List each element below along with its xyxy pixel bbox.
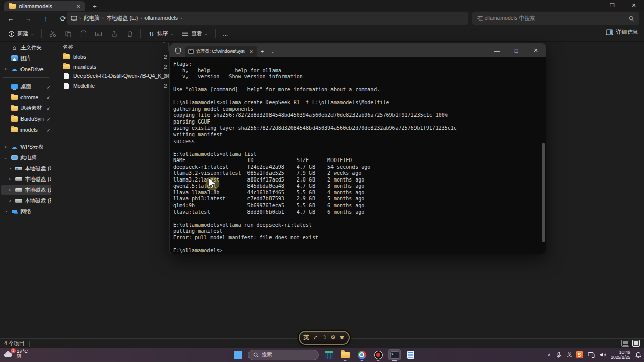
ime-moon-icon[interactable]: ☽: [322, 335, 327, 340]
terminal-tab-close-icon[interactable]: ✕: [247, 48, 255, 55]
sidebar-item--c-[interactable]: >本地磁盘 (C:): [1, 163, 51, 174]
sort-button-label: 排序: [157, 30, 168, 37]
details-pane-icon: [606, 29, 613, 35]
search-box[interactable]: 在 ollamamodels 中搜索: [472, 12, 639, 25]
details-view-toggle-icon[interactable]: [621, 340, 629, 347]
tab-close-icon[interactable]: ✕: [75, 3, 82, 10]
file-name: blobs: [73, 54, 86, 60]
cloud-icon: ☁: [11, 144, 18, 150]
details-pane-toggle[interactable]: 详细信息: [606, 29, 638, 36]
pin-icon: [46, 85, 50, 89]
terminal-output[interactable]: Flags: -h, --help help for ollama -v, --…: [173, 61, 457, 254]
item-count: 4 个项目: [4, 340, 25, 347]
terminal-close-button[interactable]: ✕: [526, 44, 546, 57]
new-tab-button[interactable]: +: [90, 2, 99, 10]
sidebar-item--e-[interactable]: >本地磁盘 (E:): [1, 185, 51, 195]
expand-chevron-icon[interactable]: >: [7, 177, 12, 182]
cut-button[interactable]: [45, 28, 60, 39]
breadcrumb[interactable]: ›此电脑›本地磁盘 (E:)›ollamamodels›: [67, 12, 468, 25]
expand-chevron-icon[interactable]: >: [3, 145, 8, 149]
sidebar-item--d-[interactable]: >本地磁盘 (D:): [1, 174, 51, 185]
explorer-tab-title: ollamamodels: [19, 3, 72, 9]
breadcrumb-item[interactable]: 此电脑: [81, 14, 102, 22]
sidebar-item--[interactable]: >网络: [1, 206, 51, 217]
ime-pen-icon[interactable]: [313, 335, 318, 340]
window-restore-button[interactable]: ❐: [602, 0, 622, 10]
sort-button[interactable]: 排序 ⌄: [144, 28, 178, 39]
view-button[interactable]: 查看 ⌄: [178, 28, 212, 39]
sidebar-item--[interactable]: ⌄此电脑: [1, 152, 51, 163]
search-placeholder: 在 ollamamodels 中搜索: [477, 15, 629, 22]
expand-chevron-icon[interactable]: >: [7, 198, 12, 203]
terminal-tab-dropdown[interactable]: ⌄: [267, 46, 278, 56]
up-button[interactable]: ↑: [39, 13, 52, 24]
taskbar-chrome[interactable]: [356, 349, 368, 360]
chevron-down-icon: ⌄: [171, 32, 174, 36]
back-button[interactable]: ←: [4, 13, 17, 24]
ime-settings-icon[interactable]: ⚙: [330, 335, 336, 340]
sidebar-item--f-[interactable]: >本地磁盘 (F:): [1, 195, 51, 206]
terminal-title-bar[interactable]: 管理员: C:\Windows\System32 ✕ + ⌄ — □ ✕: [170, 44, 546, 57]
sidebar-item-onedrive[interactable]: >☁OneDrive: [1, 64, 51, 74]
this-pc-icon: [11, 155, 18, 160]
sidebar-item-label: 本地磁盘 (E:): [25, 187, 51, 194]
expand-chevron-icon[interactable]: ⌄: [3, 155, 8, 160]
microphone-icon[interactable]: [555, 351, 563, 359]
tray-expand-icon[interactable]: ∧: [548, 352, 551, 357]
more-options-button[interactable]: …: [219, 29, 233, 39]
weather-widget[interactable]: 1 17°C 阴: [3, 348, 28, 359]
ime-language-indicator[interactable]: 英: [304, 334, 309, 341]
sidebar-item-models[interactable]: models: [1, 124, 51, 135]
expand-chevron-icon[interactable]: >: [3, 209, 8, 214]
expand-chevron-icon[interactable]: >: [7, 188, 12, 192]
delete-button[interactable]: [122, 28, 137, 39]
system-drive-icon: [15, 167, 22, 170]
sidebar-item-chrome[interactable]: chrome: [1, 92, 51, 103]
terminal-new-tab-button[interactable]: +: [257, 46, 267, 56]
taskbar-recorder[interactable]: [372, 349, 384, 360]
forward-button[interactable]: →: [22, 13, 35, 24]
expand-chevron-icon[interactable]: >: [3, 67, 8, 71]
folder-icon: [11, 116, 18, 122]
breadcrumb-item[interactable]: ollamamodels: [142, 14, 180, 22]
speaker-icon[interactable]: [599, 351, 607, 359]
breadcrumb-item[interactable]: 本地磁盘 (E:): [104, 14, 141, 22]
taskbar-terminal[interactable]: [388, 349, 401, 360]
taskbar-notepad[interactable]: [405, 349, 417, 360]
window-minimize-button[interactable]: —: [580, 0, 601, 10]
start-button[interactable]: [232, 349, 244, 360]
tray-ime-indicator[interactable]: 英: [567, 351, 572, 358]
ime-toolbar[interactable]: 英 ☽ ⚙: [299, 331, 350, 345]
sogou-input-icon[interactable]: S: [576, 351, 583, 358]
paste-button[interactable]: [76, 28, 91, 39]
terminal-content-area[interactable]: Flags: -h, --help help for ollama -v, --…: [170, 57, 546, 254]
clock[interactable]: 10:49 2025/1/25: [611, 350, 630, 360]
name-column-header[interactable]: 名称: [53, 44, 73, 51]
sidebar-item-wps-[interactable]: >☁WPS云盘: [1, 142, 51, 152]
expand-chevron-icon[interactable]: >: [7, 166, 12, 171]
taskbar-media-app[interactable]: [323, 349, 335, 360]
sidebar-item--[interactable]: 桌面: [1, 81, 51, 92]
copy-button[interactable]: [60, 28, 76, 39]
notification-bell-icon[interactable]: [634, 351, 642, 359]
terminal-maximize-button[interactable]: □: [507, 44, 526, 57]
sidebar-item--[interactable]: 图库: [1, 53, 51, 64]
window-close-button[interactable]: ✕: [624, 0, 644, 10]
terminal-minimize-button[interactable]: —: [487, 44, 507, 57]
taskbar-file-explorer[interactable]: [339, 349, 351, 360]
file-name: manifests: [73, 64, 96, 70]
large-icons-view-toggle-icon[interactable]: [632, 340, 640, 347]
explorer-tab[interactable]: ollamamodels ✕: [4, 1, 85, 11]
rename-button[interactable]: A: [91, 28, 107, 39]
ime-skin-icon[interactable]: [339, 335, 345, 340]
sidebar-item--[interactable]: 原始素材: [1, 103, 51, 113]
cast-icon[interactable]: [587, 351, 595, 359]
sidebar-item-baidusyncdisk[interactable]: BaiduSyncdisk: [1, 113, 51, 124]
share-button[interactable]: [107, 28, 122, 39]
weather-cloud-icon: 1: [3, 350, 14, 358]
taskbar-search-box[interactable]: 搜索: [248, 350, 319, 360]
new-button[interactable]: 新建 ⌄: [4, 28, 38, 39]
terminal-scrollbar[interactable]: [542, 143, 545, 242]
terminal-tab[interactable]: 管理员: C:\Windows\System32 ✕: [185, 46, 257, 57]
sidebar-item--[interactable]: ⌂主文件夹: [1, 42, 51, 53]
